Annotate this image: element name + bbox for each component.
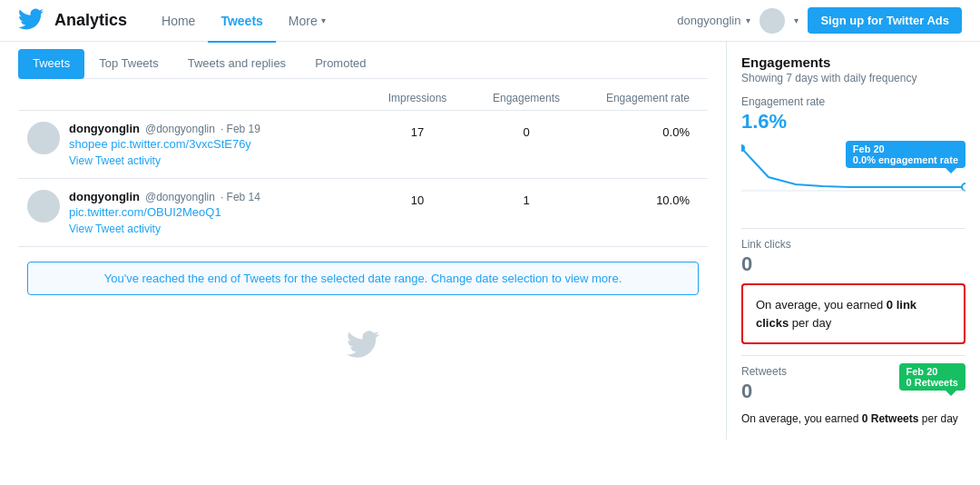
nav-tweets[interactable]: Tweets xyxy=(208,1,275,43)
engagements-title: Engagements xyxy=(741,54,965,70)
highlight-text-suffix: per day xyxy=(789,316,831,330)
tab-tweets-replies[interactable]: Tweets and replies xyxy=(173,49,300,79)
tweet-date: · Feb 19 xyxy=(220,123,260,135)
retweets-avg-message: On average, you earned 0 Retweets per da… xyxy=(741,411,965,427)
chart-tooltip: Feb 20 0.0% engagement rate xyxy=(846,141,965,168)
divider xyxy=(741,355,965,356)
tweet-engagements: 1 xyxy=(472,190,581,207)
avatar xyxy=(27,190,60,223)
tweet-impressions: 17 xyxy=(363,122,472,139)
nav-more[interactable]: More ▾ xyxy=(276,1,338,43)
tweet-content: dongyonglin @dongyonglin · Feb 19 shopee… xyxy=(69,122,363,167)
link-clicks-value: 0 xyxy=(741,252,965,276)
view-tweet-activity-link[interactable]: View Tweet activity xyxy=(69,223,363,235)
highlight-text-prefix: On average, you earned xyxy=(756,298,887,312)
twitter-logo xyxy=(18,6,44,35)
left-panel: Tweets Top Tweets Tweets and replies Pro… xyxy=(0,42,726,440)
table-header: Impressions Engagements Engagement rate xyxy=(18,86,708,111)
engagements-subtitle: Showing 7 days with daily frequency xyxy=(741,72,965,84)
col-header-rate: Engagement rate xyxy=(581,92,699,104)
svg-point-1 xyxy=(962,183,965,191)
divider xyxy=(741,228,965,229)
right-panel: Engagements Showing 7 days with daily fr… xyxy=(726,42,980,440)
header: Analytics Home Tweets More ▾ dongyonglin… xyxy=(0,0,980,42)
page-title: Analytics xyxy=(54,11,127,30)
table-row: dongyonglin @dongyonglin · Feb 14 pic.tw… xyxy=(18,179,708,247)
col-header-impressions: Impressions xyxy=(363,92,472,104)
tweet-date: · Feb 14 xyxy=(220,191,260,203)
main-layout: Tweets Top Tweets Tweets and replies Pro… xyxy=(0,42,980,440)
table-row: dongyonglin @dongyonglin · Feb 19 shopee… xyxy=(18,111,708,179)
header-right: dongyonglin ▾ ▾ Sign up for Twitter Ads xyxy=(677,7,962,34)
col-header-engagements: Engagements xyxy=(472,92,581,104)
tab-tweets[interactable]: Tweets xyxy=(18,49,84,79)
tweet-user-info: dongyonglin @dongyonglin · Feb 14 xyxy=(69,190,363,203)
retweets-tooltip: Feb 20 0 Retweets xyxy=(899,363,965,391)
user-caret-icon: ▾ xyxy=(746,15,750,25)
tweet-username: dongyonglin xyxy=(69,122,140,135)
retweets-area: Retweets 0 Feb 20 0 Retweets xyxy=(741,365,965,403)
tweet-username: dongyonglin xyxy=(69,190,140,203)
tweet-rate: 0.0% xyxy=(581,122,699,139)
tweet-text[interactable]: pic.twitter.com/OBUI2MeoQ1 xyxy=(69,205,363,219)
main-nav: Home Tweets More ▾ xyxy=(149,0,338,43)
avatar-caret-icon: ▾ xyxy=(794,15,799,25)
tweet-handle: @dongyonglin xyxy=(145,123,215,135)
tweet-user-info: dongyonglin @dongyonglin · Feb 19 xyxy=(69,122,363,135)
tab-promoted[interactable]: Promoted xyxy=(300,49,380,79)
twitter-bird-icon xyxy=(18,310,708,381)
tweet-engagements: 0 xyxy=(472,122,581,139)
engagement-chart: Feb 20 0.0% engagement rate xyxy=(741,141,965,213)
chevron-down-icon: ▾ xyxy=(321,15,326,25)
view-tweet-activity-link[interactable]: View Tweet activity xyxy=(69,154,363,167)
link-clicks-label: Link clicks xyxy=(741,238,965,251)
signup-button[interactable]: Sign up for Twitter Ads xyxy=(808,7,962,34)
tweet-rate: 10.0% xyxy=(581,190,699,207)
tweets-tabs: Tweets Top Tweets Tweets and replies Pro… xyxy=(18,42,708,79)
engagement-rate-value: 1.6% xyxy=(741,110,965,134)
avatar xyxy=(27,122,60,154)
end-of-tweets-message: You've reached the end of Tweets for the… xyxy=(27,262,699,295)
tweet-handle: @dongyonglin xyxy=(145,191,215,203)
username-label: dongyonglin xyxy=(677,14,740,27)
tweet-text[interactable]: shopee pic.twitter.com/3vxcStE76y xyxy=(69,137,363,151)
avatar xyxy=(760,8,785,34)
link-clicks-highlight-box: On average, you earned 0 link clicks per… xyxy=(741,283,965,344)
col-header-tweet xyxy=(27,92,363,104)
tab-top-tweets[interactable]: Top Tweets xyxy=(84,49,173,79)
user-dropdown[interactable]: dongyonglin ▾ xyxy=(677,14,750,27)
tweet-impressions: 10 xyxy=(363,190,472,207)
tweet-content: dongyonglin @dongyonglin · Feb 14 pic.tw… xyxy=(69,190,363,235)
engagement-rate-label: Engagement rate xyxy=(741,95,965,108)
nav-home[interactable]: Home xyxy=(149,1,208,43)
